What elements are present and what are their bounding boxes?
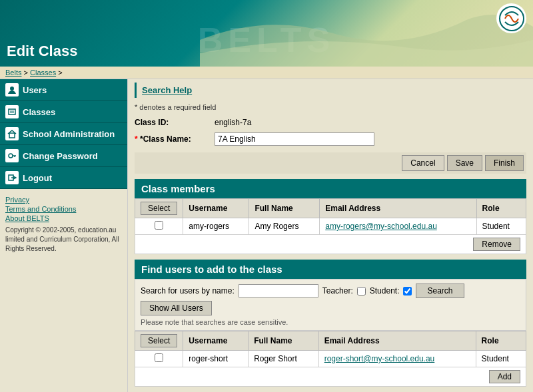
sidebar-label-logout: Logout — [23, 173, 52, 183]
member-checkbox-cell — [135, 218, 183, 235]
svg-rect-2 — [9, 109, 15, 114]
class-icon — [5, 105, 19, 118]
breadcrumb-belts[interactable]: Belts — [5, 69, 21, 77]
find-username-header: Username — [183, 331, 249, 351]
find-email: roger-short@my-school.edu.au — [318, 351, 476, 367]
student-checkbox[interactable] — [403, 287, 412, 295]
add-button[interactable]: Add — [489, 370, 520, 383]
find-email-header: Email Address — [318, 331, 476, 351]
class-name-label: *Class Name: — [135, 134, 215, 144]
sidebar-label-classes: Classes — [23, 107, 55, 117]
copyright-text: Copyright © 2002-2005, education.au limi… — [5, 226, 122, 254]
svg-point-1 — [10, 87, 14, 91]
school-icon — [5, 127, 19, 140]
member-fullname: Amy Rogers — [249, 218, 320, 235]
sidebar-label-change-password: Change Password — [23, 151, 98, 161]
remove-button[interactable]: Remove — [473, 238, 520, 251]
class-id-row: Class ID: english-7a — [135, 115, 526, 130]
student-label: Student: — [370, 286, 400, 295]
search-input[interactable] — [239, 284, 318, 297]
class-name-row: *Class Name: — [135, 130, 526, 148]
cancel-button[interactable]: Cancel — [402, 155, 444, 171]
show-all-users-button[interactable]: Show All Users — [141, 301, 212, 315]
person-icon — [5, 83, 19, 97]
show-all-row: Show All Users — [141, 301, 520, 315]
privacy-link[interactable]: Privacy — [5, 196, 122, 204]
case-note: Please note that searches are case sensi… — [141, 318, 520, 326]
logout-icon — [5, 171, 19, 184]
add-button-row: Add — [135, 367, 526, 387]
members-username-header: Username — [183, 199, 249, 218]
table-row: roger-short Roger Short roger-short@my-s… — [135, 351, 526, 367]
page-title: Edit Class — [7, 43, 77, 60]
header-wave — [200, 0, 533, 67]
belts-logo — [496, 3, 526, 33]
search-label: Search for users by name: — [141, 286, 235, 295]
remove-button-row: Remove — [135, 235, 526, 254]
find-role: Student — [476, 351, 526, 367]
members-email-header: Email Address — [320, 199, 476, 218]
sidebar-label-users: Users — [23, 85, 47, 95]
member-email: amy-rogers@my-school.edu.au — [320, 218, 476, 235]
teacher-label: Teacher: — [322, 286, 353, 295]
class-members-table: Select Username Full Name Email Address … — [135, 198, 526, 235]
find-select-button[interactable]: Select — [141, 334, 177, 347]
class-id-value: english-7a — [215, 118, 251, 127]
required-note: * denotes a required field — [135, 103, 526, 111]
find-email-link[interactable]: roger-short@my-school.edu.au — [324, 354, 435, 363]
find-username: roger-short — [183, 351, 249, 367]
member-username: amy-rogers — [183, 218, 249, 235]
member-role: Student — [476, 218, 526, 235]
find-user-checkbox[interactable] — [155, 353, 163, 362]
search-button[interactable]: Search — [416, 284, 464, 298]
finish-button[interactable]: Finish — [485, 155, 524, 171]
sidebar: Users Classes School Administration Chan… — [0, 79, 128, 392]
sidebar-item-school-admin[interactable]: School Administration — [0, 123, 127, 145]
svg-rect-5 — [9, 133, 15, 138]
key-icon — [5, 149, 19, 162]
members-select-col-header: Select — [135, 199, 183, 218]
search-help-bar: Search Help — [135, 83, 526, 98]
find-checkbox-cell — [135, 351, 183, 367]
terms-link[interactable]: Terms and Conditions — [5, 205, 122, 213]
members-fullname-header: Full Name — [249, 199, 320, 218]
find-users-controls: Search for users by name: Teacher: Stude… — [141, 284, 520, 298]
breadcrumb: Belts > Classes > — [0, 67, 533, 79]
sidebar-item-users[interactable]: Users — [0, 79, 127, 101]
form-buttons: Cancel Save Finish — [135, 152, 526, 174]
header: BELTS Edit Class — [0, 0, 533, 67]
member-email-link[interactable]: amy-rogers@my-school.edu.au — [325, 222, 437, 231]
class-id-label: Class ID: — [135, 118, 215, 127]
main-content: Search Help * denotes a required field C… — [128, 79, 533, 392]
sidebar-label-school-admin: School Administration — [23, 129, 115, 139]
save-button[interactable]: Save — [447, 155, 482, 171]
find-role-header: Role — [476, 331, 526, 351]
find-fullname-header: Full Name — [249, 331, 319, 351]
member-checkbox[interactable] — [155, 221, 163, 230]
find-select-col-header: Select — [135, 331, 183, 351]
find-fullname: Roger Short — [249, 351, 319, 367]
members-select-button[interactable]: Select — [141, 202, 177, 215]
find-users-table: Select Username Full Name Email Address … — [135, 331, 526, 367]
members-role-header: Role — [476, 199, 526, 218]
class-name-input[interactable] — [215, 132, 374, 146]
sidebar-item-change-password[interactable]: Change Password — [0, 145, 127, 167]
search-help-link[interactable]: Search Help — [142, 85, 192, 95]
table-row: amy-rogers Amy Rogers amy-rogers@my-scho… — [135, 218, 526, 235]
sidebar-footer: Privacy Terms and Conditions About BELTS… — [0, 189, 127, 260]
class-members-header: Class members — [135, 179, 526, 198]
find-users-form: Search for users by name: Teacher: Stude… — [135, 279, 526, 331]
breadcrumb-classes[interactable]: Classes — [30, 69, 56, 77]
teacher-checkbox[interactable] — [357, 287, 366, 295]
sidebar-item-logout[interactable]: Logout — [0, 167, 127, 189]
svg-point-6 — [9, 154, 13, 158]
find-users-header: Find users to add to the class — [135, 260, 526, 279]
about-link[interactable]: About BELTS — [5, 214, 122, 222]
sidebar-item-classes[interactable]: Classes — [0, 101, 127, 123]
